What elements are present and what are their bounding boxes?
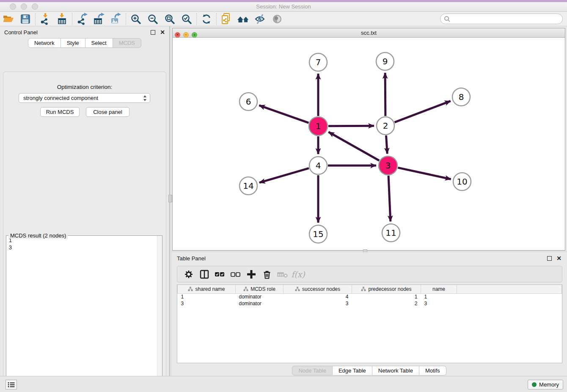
graph-node-3[interactable]: 3: [379, 156, 397, 175]
save-session-icon[interactable]: [17, 12, 34, 26]
zoom-selected-icon[interactable]: [178, 12, 195, 26]
import-network-icon[interactable]: [37, 12, 54, 26]
new-network-from-selection-icon[interactable]: [218, 12, 235, 26]
network-view-window: ✕−＋ scc.txt 7968124314101511: [172, 28, 565, 251]
zoom-in-icon[interactable]: [127, 12, 144, 26]
main-toolbar: [0, 12, 567, 26]
zoom-out-icon[interactable]: [144, 12, 161, 26]
mcds-result-title: MCDS result (2 nodes): [8, 232, 68, 239]
graph-node-11[interactable]: 11: [382, 224, 400, 242]
float-table-panel-icon[interactable]: [547, 256, 552, 261]
tab-node-table[interactable]: Node Table: [292, 366, 333, 375]
export-table-icon[interactable]: [91, 12, 107, 26]
search-box[interactable]: [440, 14, 563, 24]
close-table-panel-icon[interactable]: ✕: [556, 256, 561, 261]
optimization-criterion-select[interactable]: strongly connected component: [19, 93, 150, 103]
close-view-icon[interactable]: ✕: [175, 32, 180, 38]
tab-mcds[interactable]: MCDS: [113, 38, 141, 48]
column-header-shared-name[interactable]: shared name: [178, 285, 236, 293]
vertical-splitter-handle[interactable]: [168, 195, 172, 202]
graph-edge-3-11[interactable]: [388, 176, 391, 221]
status-bar: [0, 376, 567, 392]
memory-button[interactable]: Memory: [528, 380, 563, 389]
minimize-view-icon[interactable]: −: [183, 32, 189, 38]
add-column-icon[interactable]: [243, 268, 259, 281]
app-titlebar: Session: New Session: [0, 2, 567, 12]
deselect-all-icon[interactable]: [228, 268, 243, 281]
node-table[interactable]: shared nameMCDS rolesuccessor nodesprede…: [177, 284, 562, 363]
float-panel-icon[interactable]: [151, 30, 155, 35]
graph-node-8[interactable]: 8: [452, 88, 470, 106]
delete-table-icon[interactable]: [275, 268, 290, 281]
close-panel-button[interactable]: Close panel: [86, 107, 129, 117]
delete-column-icon[interactable]: [259, 268, 275, 281]
table-header-row[interactable]: shared nameMCDS rolesuccessor nodesprede…: [178, 285, 562, 293]
toolbar-separator: [216, 13, 217, 25]
tab-select[interactable]: Select: [85, 38, 113, 48]
column-header-predecessor-nodes[interactable]: predecessor nodes: [352, 285, 421, 293]
graph-node-7[interactable]: 7: [309, 53, 327, 71]
table-panel-tabs: Node TableEdge TableNetwork TableMotifs: [292, 366, 446, 375]
close-panel-icon[interactable]: ✕: [160, 30, 165, 35]
graph-node-1[interactable]: 1: [309, 117, 328, 135]
tab-edge-table[interactable]: Edge Table: [333, 366, 372, 375]
svg-text:14: 14: [243, 181, 253, 191]
hide-edges-icon[interactable]: [252, 12, 269, 26]
run-mcds-button[interactable]: Run MCDS: [40, 107, 80, 117]
tab-network-table[interactable]: Network Table: [372, 366, 419, 375]
gear-icon[interactable]: [181, 268, 196, 281]
import-table-icon[interactable]: [54, 12, 71, 26]
graph-edge-2-9[interactable]: [385, 73, 385, 116]
search-input[interactable]: [451, 15, 562, 23]
column-header-name[interactable]: name: [421, 285, 457, 293]
network-window-titlebar[interactable]: ✕−＋ scc.txt: [173, 28, 565, 38]
zoom-fit-icon[interactable]: [161, 12, 178, 26]
minimize-window-icon[interactable]: [21, 3, 27, 10]
columns-icon[interactable]: [196, 268, 212, 281]
column-header-successor-nodes[interactable]: successor nodes: [284, 285, 352, 293]
open-session-icon[interactable]: [0, 12, 17, 26]
task-history-button[interactable]: [6, 380, 17, 389]
control-panel: Control Panel ✕ NetworkStyleSelectMCDS O…: [0, 26, 169, 376]
graph-node-9[interactable]: 9: [376, 52, 394, 70]
memory-status-icon: [532, 382, 537, 387]
graph-edge-3-1[interactable]: [328, 132, 379, 160]
zoom-window-icon[interactable]: [32, 3, 38, 10]
result-scrollbar[interactable]: [157, 236, 162, 392]
refresh-icon[interactable]: [198, 12, 215, 26]
svg-text:1: 1: [316, 121, 321, 131]
select-all-icon[interactable]: [212, 268, 228, 281]
table-row[interactable]: 3dominator323: [178, 300, 562, 307]
graph-node-14[interactable]: 14: [239, 177, 257, 195]
chevron-updown-icon: [142, 94, 148, 102]
graph-node-15[interactable]: 15: [309, 225, 327, 243]
export-image-icon[interactable]: [107, 12, 124, 26]
graph-edge-4-14[interactable]: [259, 168, 309, 182]
graph-edge-2-3[interactable]: [386, 135, 387, 154]
table-row[interactable]: 1dominator411: [178, 293, 562, 300]
graphics-details-icon[interactable]: [269, 12, 286, 26]
mcds-result-text[interactable]: 1 3: [6, 236, 157, 392]
control-panel-header: Control Panel ✕: [0, 26, 169, 38]
graph-edge-3-10[interactable]: [398, 168, 451, 179]
close-window-icon[interactable]: [10, 3, 16, 10]
graph-node-6[interactable]: 6: [239, 93, 257, 110]
graph-node-4[interactable]: 4: [309, 157, 327, 174]
function-builder-icon[interactable]: f(x): [290, 268, 306, 281]
maximize-view-icon[interactable]: ＋: [192, 32, 197, 38]
graph-edge-2-8[interactable]: [395, 101, 451, 122]
tab-style[interactable]: Style: [61, 38, 85, 48]
toolbar-separator: [126, 13, 126, 25]
network-graph-canvas[interactable]: 7968124314101511: [173, 38, 565, 250]
graph-edge-1-6[interactable]: [259, 105, 308, 123]
tab-network[interactable]: Network: [28, 38, 61, 48]
export-network-icon[interactable]: [74, 12, 91, 26]
column-header-MCDS-role[interactable]: MCDS role: [236, 285, 284, 293]
graph-edge-1-2[interactable]: [328, 126, 374, 126]
graph-node-2[interactable]: 2: [377, 117, 394, 135]
tab-motifs[interactable]: Motifs: [419, 366, 446, 375]
memory-label: Memory: [539, 381, 559, 388]
svg-text:8: 8: [459, 92, 464, 102]
show-panels-icon[interactable]: [235, 12, 252, 26]
graph-node-10[interactable]: 10: [453, 173, 471, 190]
